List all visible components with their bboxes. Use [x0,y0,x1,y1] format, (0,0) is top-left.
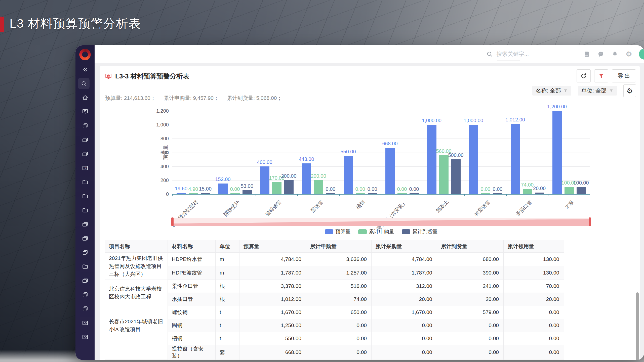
value-cell: 20.00 [437,293,504,306]
sidebar-item-chart-monitor-icon[interactable] [78,330,92,344]
refresh-button[interactable] [577,69,591,82]
category-label: 混凝土 [435,199,450,214]
sidebar-item-copy-icon[interactable] [78,245,92,259]
legend-item-预算量[interactable]: 预算量 [325,228,351,235]
value-cell: 1,787.00 [372,266,437,280]
table-row[interactable]: 圆钢t1,250.000.000.000.000.00 [105,319,564,332]
column-header: 累计领用量 [504,240,564,253]
search-icon [486,51,493,58]
value-cell: 390.00 [437,266,504,280]
legend-item-累计申购量[interactable]: 累计申购量 [358,228,394,235]
value-cell: 312.00 [372,280,437,293]
table-row[interactable]: HDPE波纹管m1,787.001,257.001,787.00390.0013… [105,266,564,280]
topbar-bell-icon[interactable] [610,49,620,59]
sidebar-item-search-icon[interactable] [78,78,90,89]
export-button[interactable]: 导 出 [612,69,636,82]
filter-chip-unit[interactable]: 单位: 全部 [578,86,617,96]
column-header: 累计申购量 [306,240,372,253]
bar-预算量-1 [218,184,228,194]
bar-value-label: 53.00 [241,183,253,189]
bar-value-label: 550.00 [340,149,356,155]
search-input[interactable]: 搜索关键字... [486,50,529,58]
filter-chip-name[interactable]: 名称: 全部 [532,86,571,96]
sidebar-item-dashboard-icon[interactable] [78,105,92,119]
empty-cell [239,359,306,360]
bar-累计到货量-7 [493,193,502,194]
value-cell: 241.00 [437,280,504,293]
bar-value-label: 1,200.00 [547,104,567,110]
legend-swatch [402,229,410,234]
filter-button[interactable] [594,69,608,82]
sidebar-item-windows-icon[interactable] [78,231,92,245]
bar-预算量-7 [469,125,478,194]
bar-累计到货量-2 [284,180,294,194]
sidebar-item-chart-monitor-icon[interactable] [78,316,92,330]
topbar-gear-icon[interactable]: ⚙ [624,49,634,59]
project-cell: 北京信息科技大学老校区校内大市政工程 [105,280,168,306]
sidebar-item-cash-icon[interactable]: ¥ [78,161,92,175]
y-tick-label: 200 [160,177,169,183]
datazoom-right-handle[interactable] [589,217,591,226]
table-row[interactable]: 长春市2021年城镇老旧小区改造项目螺纹钢t1,670.00650.001,67… [105,306,564,319]
table-row[interactable]: 承插口管根1,012.0074.0020.0020.0020.00 [105,293,564,306]
funnel-icon [564,89,568,93]
table-settings-button[interactable]: ⚙ [623,84,636,97]
legend-swatch [325,229,333,234]
sidebar-item-folder-icon[interactable] [78,259,92,274]
user-avatar[interactable] [639,49,644,60]
bar-累计到货量-8 [535,193,544,194]
category-label: 槽钢 [355,199,367,210]
bar-value-label: 20.00 [533,186,546,191]
chart-legend: 预算量累计申购量累计到货量 [172,228,590,235]
bar-value-label: 668.00 [382,141,397,147]
datazoom-shadow [172,218,590,226]
sidebar-item-windows-icon[interactable] [78,274,92,288]
sidebar-item-collapse-icon[interactable] [78,62,92,76]
bar-预算量-4 [344,156,353,194]
bar-累计到货量-1 [243,190,252,194]
project-cell: 2021年热力集团老旧供热管网及设施改造项目三标（大兴区） [105,253,168,280]
sidebar-item-windows-icon[interactable] [78,147,92,161]
topbar-chat-icon[interactable] [596,49,606,59]
unit-cell: 套 [216,345,239,359]
topbar-notebook-icon[interactable] [582,49,592,59]
x-axis-tick [506,194,507,196]
sidebar-item-windows-icon[interactable] [78,133,92,147]
sidebar-item-folder-icon[interactable] [78,189,92,203]
x-axis-tick [214,194,214,196]
bar-预算量-3 [302,163,311,194]
title-accent-bar [0,17,4,32]
empty-cell [372,359,437,360]
column-header: 预算量 [239,240,306,253]
sidebar-item-home-icon[interactable] [78,90,92,105]
column-header: 项目名称 [105,240,168,253]
bar-累计申购量-1 [230,193,240,194]
table-row[interactable]: 北京信息科技大学老校区校内大市政工程柔性企口管根3,378.00516.0031… [105,280,564,293]
bar-累计到货量-5 [410,193,419,194]
sidebar-item-copy-icon[interactable] [78,288,92,302]
legend-item-累计到货量[interactable]: 累计到货量 [402,228,438,235]
value-cell: 0.00 [504,332,564,345]
datazoom-left-handle[interactable] [171,217,174,226]
table-row[interactable]: 提拉窗（含安装）套668.000.000.000.000.00 [105,345,564,359]
x-axis-tick [464,194,465,196]
value-cell: 0.00 [437,345,504,359]
app-logo[interactable] [79,49,91,60]
bar-value-label: 4.90 [188,186,198,192]
gridline [172,139,590,139]
bar-累计申购量-3 [314,180,323,194]
table-row[interactable]: 2021年热力集团老旧供热管网及设施改造项目三标（大兴区）HDPE给水管m4,7… [105,253,564,266]
unit-cell: t [216,332,239,345]
sidebar-item-folder-icon[interactable] [78,203,92,217]
datazoom-slider[interactable] [172,218,590,226]
bar-累计到货量-6 [451,159,461,194]
material-cell: HDPE给水管 [168,253,216,266]
material-cell: 圆钢 [168,319,216,332]
bar-value-label: 1,000.00 [464,118,483,123]
vertical-scrollbar-thumb[interactable] [636,292,639,360]
table-row[interactable]: 槽钢t550.000.000.000.000.00 [105,332,564,345]
sidebar-item-folder-icon[interactable] [78,175,92,189]
sidebar-item-copy-icon[interactable] [78,119,92,133]
sidebar-item-windows-icon[interactable] [78,217,92,231]
sidebar-item-copy-icon[interactable] [78,302,92,316]
